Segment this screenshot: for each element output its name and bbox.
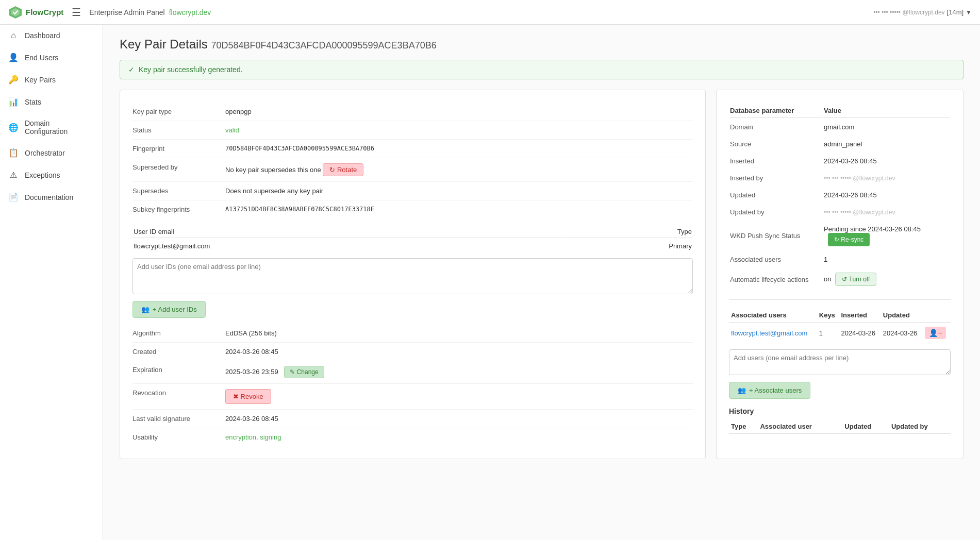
session-time: [14m]: [947, 8, 964, 16]
detail-label: Subkey fingerprints: [132, 206, 225, 213]
associate-icon: 👥: [738, 386, 746, 394]
documentation-label: Documentation: [25, 193, 73, 201]
assoc-col-associated-users: Associated users: [729, 308, 817, 323]
db-param-label: Associated users: [730, 251, 823, 267]
key-pairs-label: Key Pairs: [25, 76, 56, 84]
db-param-header: Database parameter: [730, 104, 823, 118]
sidebar-item-key-pairs[interactable]: 🔑Key Pairs: [0, 69, 103, 91]
detail-rows: Key pair typeopenpgpStatusvalidFingerpri…: [132, 103, 693, 218]
assoc-user-updated: 2024-03-26: [881, 323, 923, 344]
content-grid: Key pair typeopenpgpStatusvalidFingerpri…: [120, 90, 964, 459]
db-param-label: Domain: [730, 119, 823, 135]
layout: ⌂Dashboard👤End Users🔑Key Pairs📊Stats🌐Dom…: [0, 25, 980, 540]
resync-button[interactable]: ↻ Re-sync: [828, 233, 870, 246]
db-param-row: Updated2024-03-26 08:45: [730, 187, 950, 203]
exceptions-icon: ⚠: [8, 170, 19, 180]
exceptions-label: Exceptions: [25, 171, 60, 179]
menu-icon[interactable]: ☰: [72, 6, 81, 19]
orchestrator-icon: 📋: [8, 148, 19, 158]
success-message: Key pair successfully generated.: [139, 65, 243, 74]
blurred-value: ••• ••• ••••• @flowcrypt.dev: [824, 204, 950, 220]
db-param-row: WKD Push Sync StatusPending since 2024-0…: [730, 221, 950, 250]
section-divider-1: [729, 299, 951, 300]
sidebar-item-stats[interactable]: 📊Stats: [0, 91, 103, 113]
assoc-user-inserted: 2024-03-26: [839, 323, 881, 344]
blurred-value: ••• ••• ••••• @flowcrypt.dev: [824, 170, 950, 186]
end-users-label: End Users: [25, 54, 58, 62]
history-title: History: [729, 407, 951, 415]
expiration-label: Expiration: [132, 366, 225, 378]
assoc-user-row: flowcrypt.test@gmail.com 1 2024-03-26 20…: [729, 323, 951, 344]
top-nav: FlowCrypt ☰ Enterprise Admin Panel flowc…: [0, 0, 980, 25]
sidebar-item-end-users[interactable]: 👤End Users: [0, 46, 103, 69]
detail-label: Superseded by: [132, 163, 225, 176]
key-id: 70D584BF0F4D43C3AFCDA000095599ACE3BA70B6: [211, 40, 436, 50]
wkd-status-value: Pending since 2024-03-26 08:45↻ Re-sync: [824, 221, 950, 250]
associate-label: + Associate users: [749, 386, 802, 394]
stats-icon: 📊: [8, 97, 19, 107]
end-users-icon: 👤: [8, 53, 19, 62]
remove-user-button[interactable]: 👤−: [925, 327, 946, 339]
flowcrypt-logo-icon: [8, 5, 23, 20]
db-param-row: Associated users1: [730, 251, 950, 267]
assoc-user-email[interactable]: flowcrypt.test@gmail.com: [729, 323, 817, 344]
breadcrumb: Enterprise Admin Panel flowcrypt.dev: [89, 8, 211, 16]
detail-label: Supersedes: [132, 187, 225, 195]
history-col: Type: [729, 419, 758, 434]
main-content: Key Pair Details 70D584BF0F4D43C3AFCDA00…: [103, 25, 980, 540]
add-users-textarea[interactable]: [729, 349, 951, 375]
db-param-row: Sourceadmin_panel: [730, 136, 950, 152]
key-pairs-icon: 🔑: [8, 75, 19, 85]
db-param-row: Inserted2024-03-26 08:45: [730, 153, 950, 169]
associate-users-button[interactable]: 👥 + Associate users: [729, 382, 810, 399]
assoc-col-inserted: Inserted: [839, 308, 881, 323]
revocation-label: Revocation: [132, 389, 225, 404]
nav-left: FlowCrypt ☰ Enterprise Admin Panel flowc…: [8, 5, 211, 20]
turn-off-button[interactable]: ↺ Turn off: [835, 273, 876, 286]
key-details-card: Key pair typeopenpgpStatusvalidFingerpri…: [120, 90, 706, 459]
db-param-label: Automatic lifecycle actions: [730, 268, 823, 290]
domain-configuration-label: Domain Configuration: [25, 119, 94, 136]
detail-value: 70D584BF0F4D43C3AFCDA000095599ACE3BA70B6: [225, 145, 693, 153]
sidebar-item-orchestrator[interactable]: 📋Orchestrator: [0, 142, 103, 164]
algo-row: AlgorithmEdDSA (256 bits): [132, 324, 693, 343]
detail-row-superseded-by: Superseded byNo key pair supersedes this…: [132, 158, 693, 182]
logo[interactable]: FlowCrypt: [8, 5, 63, 20]
db-param-row: Updated by••• ••• ••••• @flowcrypt.dev: [730, 204, 950, 220]
assoc-col-updated: Updated: [881, 308, 923, 323]
sidebar-item-exceptions[interactable]: ⚠Exceptions: [0, 164, 103, 186]
user-menu-chevron[interactable]: ▼: [966, 9, 972, 16]
add-user-ids-button[interactable]: 👥 + Add user IDs: [132, 301, 206, 318]
detail-value: Does not supersede any key pair: [225, 187, 693, 195]
sidebar-item-documentation[interactable]: 📄Documentation: [0, 186, 103, 208]
history-table: TypeAssociated userUpdatedUpdated by: [729, 419, 951, 434]
history-col: Updated by: [889, 419, 951, 434]
rotate-button[interactable]: ↻ Rotate: [323, 163, 363, 176]
assoc-users-table: Associated usersKeysInsertedUpdated flow…: [729, 308, 951, 343]
detail-value: openpgp: [225, 108, 693, 115]
db-value: 2024-03-26 08:45: [824, 187, 950, 203]
sidebar: ⌂Dashboard👤End Users🔑Key Pairs📊Stats🌐Dom…: [0, 25, 103, 540]
add-userid-textarea[interactable]: [132, 258, 693, 294]
lifecycle-value: on↺ Turn off: [824, 268, 950, 290]
sidebar-item-domain-configuration[interactable]: 🌐Domain Configuration: [0, 113, 103, 142]
bottom-rows: Last valid signature2024-03-26 08:45Usab…: [132, 410, 693, 446]
add-userid-icon: 👥: [141, 306, 150, 313]
assoc-col-keys: Keys: [817, 308, 839, 323]
detail-label: Fingerprint: [132, 145, 225, 153]
db-params-table: Database parameter Value Domaingmail.com…: [729, 103, 951, 291]
db-value: 2024-03-26 08:45: [824, 153, 950, 169]
dashboard-icon: ⌂: [8, 31, 19, 40]
db-param-label: Source: [730, 136, 823, 152]
domain-link[interactable]: flowcrypt.dev: [169, 8, 211, 16]
page-title: Key Pair Details 70D584BF0F4D43C3AFCDA00…: [120, 37, 964, 52]
revoke-button[interactable]: ✖ Revoke: [225, 389, 271, 404]
sidebar-item-dashboard[interactable]: ⌂Dashboard: [0, 25, 103, 46]
db-param-label: Inserted: [730, 153, 823, 169]
domain-configuration-icon: 🌐: [8, 123, 19, 132]
change-expiration-button[interactable]: ✎ Change: [284, 366, 324, 378]
history-col: Associated user: [758, 419, 842, 434]
history-col: Updated: [842, 419, 889, 434]
db-value-header: Value: [824, 104, 950, 118]
algo-rows: AlgorithmEdDSA (256 bits)Created2024-03-…: [132, 324, 693, 361]
